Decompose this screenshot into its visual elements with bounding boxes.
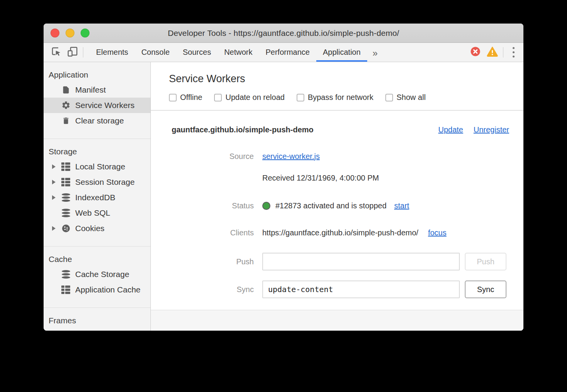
sidebar-item-web-sql[interactable]: Web SQL	[44, 205, 150, 221]
tab-performance[interactable]: Performance	[259, 43, 317, 62]
source-row: Source service-worker.js	[172, 151, 509, 161]
push-button[interactable]: Push	[465, 253, 506, 270]
disclosure-slot	[52, 287, 61, 292]
document-icon	[61, 85, 71, 95]
disclosure-slot	[52, 88, 61, 92]
chevron-double-right-icon: »	[373, 48, 378, 59]
service-workers-panel: Service Workers Offline Update on reload…	[151, 62, 523, 331]
sidebar-item-label: Web SQL	[75, 208, 110, 218]
toolbar-separator	[83, 47, 83, 57]
checkbox-box[interactable]	[385, 94, 393, 101]
toggle-device-toolbar-button[interactable]	[64, 43, 81, 62]
minimize-window-button[interactable]	[66, 29, 74, 37]
unregister-link[interactable]: Unregister	[474, 125, 509, 134]
offline-checkbox[interactable]: Offline	[169, 93, 202, 102]
sidebar-item-clear-storage[interactable]: Clear storage	[44, 113, 150, 128]
tab-network[interactable]: Network	[218, 43, 259, 62]
update-on-reload-checkbox[interactable]: Update on reload	[214, 93, 284, 102]
sidebar-item-indexeddb[interactable]: IndexedDB	[44, 190, 150, 205]
start-link[interactable]: start	[394, 201, 409, 210]
push-data-input[interactable]	[262, 253, 460, 270]
client-url: https://gauntface.github.io/simple-push-…	[262, 228, 418, 237]
more-tabs-button[interactable]: »	[367, 43, 383, 62]
tab-elements[interactable]: Elements	[89, 43, 135, 62]
page-title: Service Workers	[169, 73, 523, 85]
application-sidebar: Application Manifest Service Workers	[44, 62, 151, 331]
window-titlebar: Developer Tools - https://gauntface.gith…	[44, 24, 523, 43]
sidebar-item-local-storage[interactable]: Local Storage	[44, 159, 150, 174]
tab-console[interactable]: Console	[135, 43, 176, 62]
sidebar-item-label: Clear storage	[75, 116, 124, 125]
service-worker-details: gauntface.github.io/simple-push-demo Upd…	[151, 111, 523, 310]
error-icon	[470, 46, 481, 59]
panel-footer	[151, 310, 523, 331]
tab-label: Performance	[266, 48, 310, 57]
sidebar-item-cache-storage[interactable]: Cache Storage	[44, 267, 150, 282]
disclosure-slot[interactable]	[52, 164, 61, 169]
cookie-icon	[61, 224, 71, 233]
status-running-dot	[262, 202, 270, 210]
tab-label: Console	[141, 48, 169, 57]
update-link[interactable]: Update	[438, 125, 463, 134]
tab-application[interactable]: Application	[316, 43, 367, 62]
disclosure-slot	[52, 272, 61, 277]
sidebar-item-service-workers[interactable]: Service Workers	[44, 98, 150, 113]
toolbar-right-controls	[467, 43, 523, 62]
device-toolbar-icon	[67, 46, 78, 59]
tab-label: Sources	[183, 48, 211, 57]
sidebar-item-manifest[interactable]: Manifest	[44, 82, 150, 98]
options-row: Offline Update on reload Bypass for netw…	[169, 93, 523, 110]
status-row: Status #12873 activated and is stopped s…	[172, 201, 509, 211]
disclosure-triangle-icon	[52, 226, 56, 231]
disclosure-slot[interactable]	[52, 226, 61, 231]
close-window-button[interactable]	[51, 29, 59, 37]
sidebar-item-cookies[interactable]: Cookies	[44, 221, 150, 236]
source-label: Source	[172, 152, 254, 161]
console-warnings-button[interactable]	[484, 43, 501, 62]
received-timestamp: Received 12/31/1969, 4:00:00 PM	[262, 173, 379, 183]
tab-sources[interactable]: Sources	[176, 43, 218, 62]
disclosure-triangle-icon	[52, 195, 56, 200]
sidebar-item-label: IndexedDB	[75, 193, 115, 202]
disclosure-slot[interactable]	[52, 195, 61, 200]
trash-icon	[61, 116, 71, 126]
sidebar-section-frames: Frames	[44, 308, 150, 331]
sidebar-item-session-storage[interactable]: Session Storage	[44, 174, 150, 190]
source-file-link[interactable]: service-worker.js	[262, 152, 320, 161]
inspect-element-button[interactable]	[48, 43, 64, 62]
devtools-window: Developer Tools - https://gauntface.gith…	[44, 24, 523, 331]
checkbox-label: Show all	[397, 93, 426, 102]
bypass-for-network-checkbox[interactable]: Bypass for network	[297, 93, 373, 102]
sidebar-item-label: Session Storage	[75, 177, 135, 187]
sync-button[interactable]: Sync	[465, 280, 506, 298]
zoom-window-button[interactable]	[81, 29, 89, 37]
devtools-toolbar: Elements Console Sources Network Perform…	[44, 43, 523, 62]
worker-actions: Update Unregister	[438, 125, 509, 134]
checkbox-label: Update on reload	[225, 93, 284, 102]
show-all-checkbox[interactable]: Show all	[385, 93, 426, 102]
checkbox-box[interactable]	[297, 94, 304, 101]
window-title: Developer Tools - https://gauntface.gith…	[44, 29, 523, 38]
focus-link[interactable]: focus	[428, 228, 447, 237]
checkbox-label: Bypass for network	[308, 93, 373, 102]
sidebar-item-label: Service Workers	[75, 101, 135, 110]
table-icon	[61, 177, 71, 187]
disclosure-slot[interactable]	[52, 180, 61, 184]
toolbar-separator	[503, 47, 503, 57]
devtools-tabs: Elements Console Sources Network Perform…	[89, 43, 383, 62]
console-errors-button[interactable]	[467, 43, 484, 62]
status-label: Status	[172, 201, 254, 210]
received-row: Received 12/31/1969, 4:00:00 PM	[172, 173, 509, 183]
checkbox-box[interactable]	[169, 94, 177, 101]
push-row: Push Push	[172, 253, 509, 270]
section-header-frames: Frames	[44, 313, 150, 328]
sync-tag-input[interactable]	[262, 280, 460, 298]
sidebar-item-application-cache[interactable]: Application Cache	[44, 282, 150, 297]
devtools-menu-button[interactable]	[506, 43, 521, 62]
checkbox-box[interactable]	[214, 94, 222, 101]
sidebar-item-label: Manifest	[75, 85, 106, 95]
disclosure-slot	[52, 103, 61, 108]
clients-label: Clients	[172, 228, 254, 237]
database-icon	[61, 208, 71, 218]
database-icon	[61, 193, 71, 203]
